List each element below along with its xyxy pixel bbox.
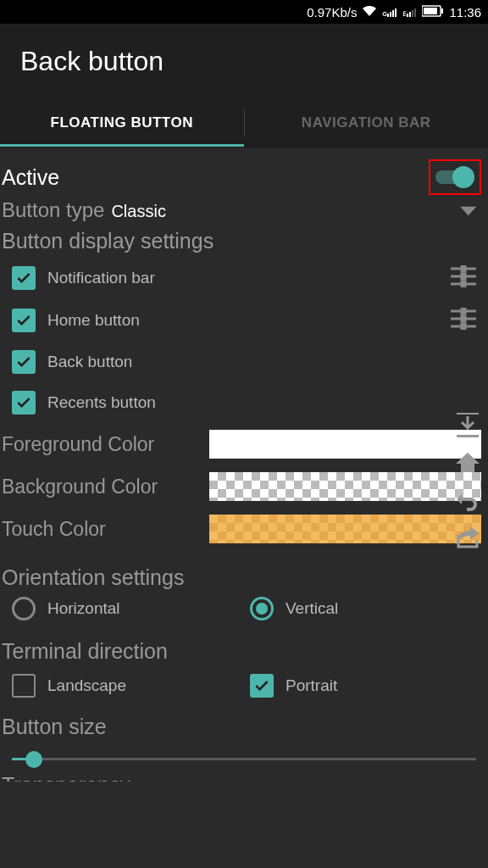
button-type-dropdown[interactable]: Button type Classic ▼: [0, 197, 488, 225]
svg-rect-10: [441, 8, 443, 14]
recents-button-label: Recents button: [47, 393, 156, 412]
share-icon[interactable]: [449, 519, 486, 556]
active-toggle[interactable]: [435, 166, 474, 188]
terminal-title: Terminal direction: [0, 636, 488, 667]
content: Active Button type Classic ▼ Button disp…: [0, 147, 488, 782]
tab-floating-button[interactable]: FLOATING BUTTON: [0, 99, 244, 147]
svg-rect-4: [407, 14, 408, 17]
settings-icon-2[interactable]: [451, 308, 476, 333]
transparency-title: Transparency: [0, 770, 488, 782]
undo-icon[interactable]: [449, 481, 486, 519]
orientation-title: Orientation settings: [0, 562, 488, 593]
background-color-swatch[interactable]: [209, 472, 481, 501]
download-icon[interactable]: [449, 407, 486, 444]
svg-rect-6: [412, 10, 413, 17]
svg-rect-2: [392, 10, 394, 17]
svg-rect-14: [461, 265, 466, 272]
foreground-color-label: Foreground Color: [2, 433, 192, 456]
tab-navigation-bar[interactable]: NAVIGATION BAR: [245, 99, 489, 147]
touch-color-label: Touch Color: [2, 518, 192, 541]
svg-rect-3: [395, 8, 396, 17]
svg-rect-25: [461, 464, 474, 472]
network-speed: 0.97Kb/s: [307, 5, 357, 19]
button-size-title: Button size: [0, 711, 488, 743]
checkbox-portrait[interactable]: Portrait: [250, 674, 488, 698]
svg-rect-5: [409, 12, 411, 17]
battery-icon: [422, 5, 444, 19]
tabs: FLOATING BUTTON NAVIGATION BAR: [0, 99, 488, 147]
header: Back button: [0, 24, 488, 99]
svg-rect-0: [387, 14, 389, 17]
checkbox-back-button[interactable]: [12, 350, 36, 374]
foreground-color-swatch[interactable]: [209, 430, 481, 459]
svg-rect-23: [457, 413, 479, 415]
page-title: Back button: [20, 46, 474, 77]
svg-rect-16: [461, 281, 466, 287]
touch-color-row[interactable]: Touch Color: [0, 508, 488, 550]
signal-icon-1: ɢ: [382, 7, 397, 18]
back-button-label: Back button: [47, 353, 132, 371]
svg-rect-20: [461, 308, 466, 314]
checkbox-home-button[interactable]: [12, 309, 36, 332]
floating-side-icons: [449, 407, 486, 556]
radio-horizontal[interactable]: Horizontal: [12, 597, 250, 620]
svg-rect-21: [461, 315, 466, 322]
notification-bar-label: Notification bar: [47, 269, 155, 287]
background-color-label: Background Color: [2, 476, 192, 498]
touch-color-swatch[interactable]: [209, 515, 481, 543]
settings-icon-1[interactable]: [451, 265, 476, 291]
home-icon[interactable]: [449, 444, 486, 481]
signal-icon-2: ᴇ: [402, 7, 417, 18]
status-bar: 0.97Kb/s ɢ ᴇ 11:36: [0, 0, 488, 24]
svg-rect-7: [414, 8, 416, 17]
clock: 11:36: [449, 5, 481, 19]
svg-rect-9: [424, 8, 437, 14]
display-settings-title: Button display settings: [0, 225, 488, 257]
svg-rect-22: [461, 323, 466, 330]
checkbox-recents-button[interactable]: [12, 391, 36, 415]
background-color-row[interactable]: Background Color: [0, 465, 488, 508]
checkbox-notification-bar[interactable]: [12, 266, 36, 290]
checkbox-landscape[interactable]: Landscape: [12, 674, 250, 698]
wifi-icon: [362, 5, 377, 19]
button-type-value: Classic: [111, 202, 165, 221]
svg-rect-15: [461, 273, 466, 280]
radio-vertical[interactable]: Vertical: [250, 597, 488, 620]
highlight-box: [429, 159, 481, 195]
chevron-down-icon: ▼: [455, 202, 482, 220]
svg-rect-1: [390, 12, 391, 17]
active-label: Active: [2, 165, 59, 190]
foreground-color-row[interactable]: Foreground Color: [0, 423, 488, 465]
button-type-label: Button type: [2, 198, 104, 222]
button-size-slider[interactable]: [12, 749, 476, 770]
svg-rect-24: [457, 435, 479, 437]
home-button-label: Home button: [47, 311, 140, 330]
